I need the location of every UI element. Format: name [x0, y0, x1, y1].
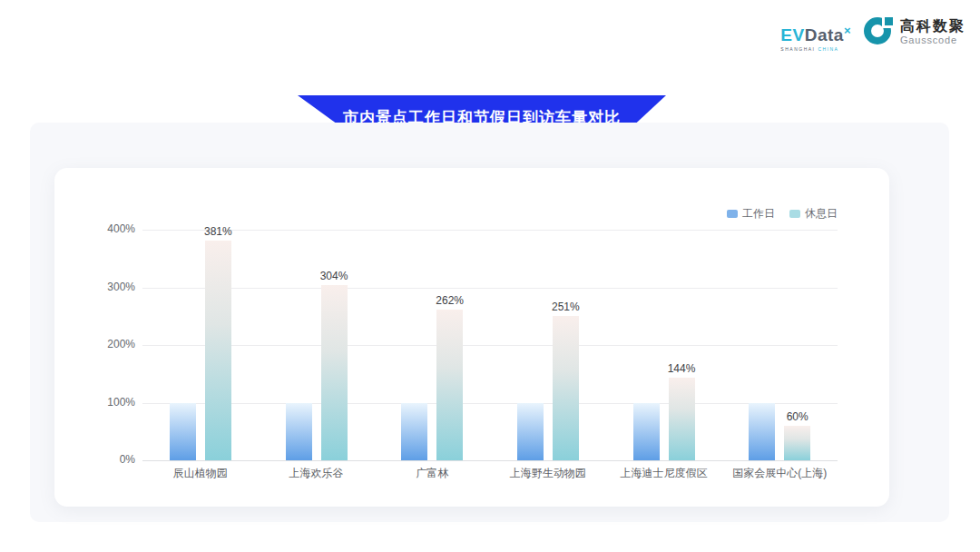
y-axis-tick: 0% — [90, 453, 135, 466]
gausscode-logo: 高科数聚 Gausscode — [864, 16, 965, 47]
gridline — [142, 230, 838, 231]
bar-restday[interactable] — [436, 310, 463, 460]
gausscode-cn-name: 高科数聚 — [900, 18, 965, 34]
legend-swatch-workday — [727, 210, 738, 218]
gridline — [142, 345, 838, 346]
bar-workday[interactable] — [170, 403, 196, 461]
evdata-logo: EVData× SHANGHAI CHINA — [780, 16, 851, 52]
x-axis-category-label: 国家会展中心(上海) — [707, 466, 852, 481]
page: EVData× SHANGHAI CHINA 高科数聚 Gausscode 市内… — [0, 0, 980, 552]
bar-workday[interactable] — [633, 403, 660, 461]
header-logos: EVData× SHANGHAI CHINA 高科数聚 Gausscode — [780, 16, 965, 52]
y-axis-tick: 400% — [90, 222, 135, 235]
evdata-subtitle: SHANGHAI CHINA — [780, 46, 838, 52]
value-label: 381% — [191, 225, 245, 238]
bar-workday[interactable] — [401, 403, 427, 461]
evdata-wordmark: EVData× — [780, 22, 851, 44]
bar-workday[interactable] — [286, 403, 312, 461]
value-label: 251% — [538, 301, 593, 313]
value-label: 144% — [654, 362, 709, 375]
y-axis-tick: 100% — [90, 396, 135, 409]
value-label: 262% — [423, 294, 477, 307]
chart-card: 工作日 休息日 0%100%200%300%400%381%辰山植物园304%上… — [54, 168, 889, 507]
value-label: 304% — [307, 270, 361, 282]
gridline — [142, 403, 838, 404]
y-axis-tick: 300% — [90, 281, 135, 293]
legend-item-restday[interactable]: 休息日 — [789, 206, 838, 222]
bar-restday[interactable] — [553, 316, 579, 460]
bar-restday[interactable] — [784, 426, 810, 460]
chart-legend: 工作日 休息日 — [142, 206, 838, 222]
bar-restday[interactable] — [205, 241, 231, 460]
legend-label-restday: 休息日 — [805, 206, 838, 222]
bar-workday[interactable] — [517, 403, 544, 461]
plot-area: 0%100%200%300%400%381%辰山植物园304%上海欢乐谷262%… — [142, 230, 838, 460]
legend-swatch-restday — [789, 210, 800, 218]
legend-label-workday: 工作日 — [742, 206, 775, 222]
gridline — [142, 288, 838, 289]
bar-restday[interactable] — [321, 285, 348, 460]
legend-item-workday[interactable]: 工作日 — [727, 206, 775, 222]
value-label: 60% — [770, 410, 825, 423]
gridline — [142, 460, 838, 461]
y-axis-tick: 200% — [90, 338, 135, 350]
bar-restday[interactable] — [669, 378, 695, 460]
gausscode-en-name: Gausscode — [900, 34, 965, 46]
gausscode-icon — [864, 16, 895, 47]
